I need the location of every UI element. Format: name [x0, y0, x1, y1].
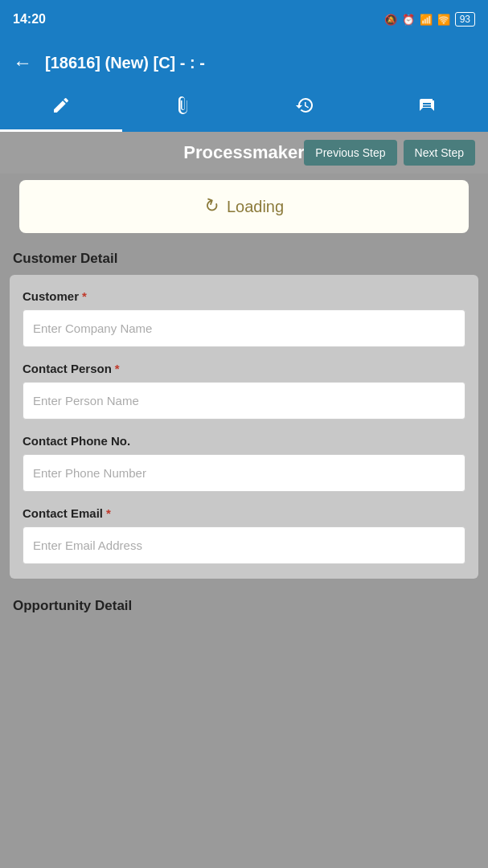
tab-attachment[interactable] [122, 87, 244, 132]
customer-detail-form: Customer * Contact Person * Contact Phon… [10, 275, 478, 579]
status-icons: 🔕 ⏰ 📶 🛜 93 [384, 12, 475, 27]
customer-label: Customer * [23, 289, 465, 303]
contact-email-input[interactable] [23, 526, 465, 564]
app-title: Processmaker [183, 142, 304, 163]
alarm-icon: ⏰ [402, 14, 415, 26]
action-bar: Processmaker Previous Step Next Step [0, 132, 488, 174]
contact-phone-input[interactable] [23, 454, 465, 492]
header: ← [18616] (New) [C] - : - [0, 39, 488, 87]
signal-icon: 📶 [420, 14, 433, 26]
step-buttons: Previous Step Next Step [304, 140, 475, 166]
contact-phone-label: Contact Phone No. [23, 434, 465, 448]
contact-email-required-marker: * [106, 506, 111, 520]
tab-bar [0, 87, 488, 132]
header-title: [18616] (New) [C] - : - [45, 54, 205, 72]
tab-comment[interactable] [366, 87, 488, 132]
contact-email-label: Contact Email * [23, 506, 465, 520]
customer-field-group: Customer * [23, 289, 465, 347]
history-icon [295, 96, 314, 120]
loading-text: Loading [227, 198, 284, 216]
back-button[interactable]: ← [13, 51, 32, 74]
contact-person-label: Contact Person * [23, 362, 465, 375]
contact-email-field-group: Contact Email * [23, 506, 465, 564]
contact-person-required-marker: * [115, 362, 120, 375]
content-area: ↻ Loading Customer Detail Customer * Con… [0, 174, 488, 868]
status-bar: 14:20 🔕 ⏰ 📶 🛜 93 [0, 0, 488, 39]
customer-detail-title: Customer Detail [10, 240, 478, 275]
battery-icon: 93 [455, 12, 475, 27]
contact-person-field-group: Contact Person * [23, 362, 465, 420]
edit-icon [51, 96, 71, 120]
tab-edit[interactable] [0, 87, 122, 132]
customer-input[interactable] [23, 309, 465, 347]
loading-overlay: ↻ Loading [19, 180, 469, 233]
loading-spinner-icon: ↻ [200, 194, 223, 219]
contact-phone-field-group: Contact Phone No. [23, 434, 465, 492]
opportunity-detail-title: Opportunity Detail [10, 587, 478, 619]
wifi-icon: 🛜 [437, 14, 450, 26]
status-time: 14:20 [13, 12, 46, 27]
comment-icon [417, 96, 437, 120]
main-content: Processmaker Previous Step Next Step ↻ L… [0, 132, 488, 868]
customer-required-marker: * [82, 289, 87, 303]
tab-history[interactable] [244, 87, 367, 132]
contact-person-input[interactable] [23, 382, 465, 420]
previous-step-button[interactable]: Previous Step [304, 140, 396, 166]
mute-icon: 🔕 [384, 14, 397, 26]
next-step-button[interactable]: Next Step [404, 140, 475, 166]
attachment-icon [174, 96, 193, 120]
